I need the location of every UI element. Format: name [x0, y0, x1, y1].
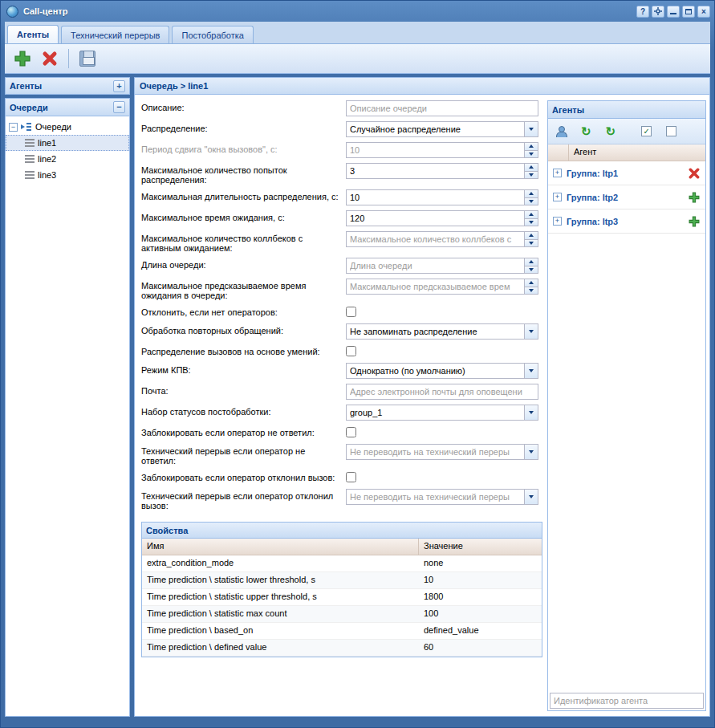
field-row: Распределение вызовов на основе умений:	[141, 344, 542, 356]
property-row[interactable]: Time prediction \ statistic lower thresh…	[142, 572, 542, 589]
add-button[interactable]	[9, 47, 36, 71]
field-label: Максимальная длительность распределения,…	[141, 189, 346, 205]
spinner-buttons[interactable]	[525, 210, 538, 226]
field-row: Максимальное время ожидания, с:	[141, 210, 542, 226]
kpv-mode-select[interactable]	[346, 363, 525, 379]
tree-item-line1[interactable]: line1	[6, 135, 129, 151]
description-input[interactable]	[346, 100, 538, 116]
field-label: Распределение вызовов на основе умений:	[141, 344, 346, 356]
property-row[interactable]: Time prediction \ defined value 60	[142, 640, 542, 657]
close-button[interactable]: ×	[697, 6, 710, 18]
field-row: Технический перерыв если оператор отклон…	[141, 489, 542, 510]
select-all-icon[interactable]: ✓	[641, 126, 652, 136]
max-duration-spinner[interactable]	[346, 189, 525, 205]
property-value: 10	[419, 572, 542, 588]
distribution-select[interactable]	[346, 121, 525, 137]
column-header-value: Значение	[419, 539, 542, 555]
line-icon	[25, 155, 35, 163]
field-label: Заблокировать если оператор не ответил:	[141, 425, 346, 437]
deselect-all-icon[interactable]	[666, 126, 676, 136]
save-button[interactable]	[74, 47, 101, 71]
tab-tech-break[interactable]: Технический перерыв	[61, 26, 169, 43]
chevron-down-icon[interactable]	[525, 323, 538, 340]
refresh-icon[interactable]: ↻	[581, 125, 591, 137]
collapse-panel-button[interactable]: −	[113, 101, 125, 113]
chevron-down-icon[interactable]	[525, 363, 538, 379]
title-bar: Call-центр ? ×	[5, 1, 710, 22]
minimize-button[interactable]	[667, 6, 680, 18]
queues-panel-header[interactable]: Очереди −	[6, 99, 129, 116]
field-label: Максимальное количество коллбеков с акти…	[141, 231, 346, 253]
tree-item-line3[interactable]: line3	[6, 167, 129, 183]
max-callbacks-spinner[interactable]	[346, 231, 525, 247]
close-icon: ×	[701, 7, 706, 16]
max-predicted-wait-spinner[interactable]	[346, 279, 525, 295]
agent-id-input[interactable]	[550, 693, 704, 709]
field-label: Распределение:	[141, 121, 346, 137]
tree-item-line2[interactable]: line2	[6, 151, 129, 167]
agent-row-group-ltp2[interactable]: + Группа: ltp2	[548, 185, 705, 209]
spin-up-icon[interactable]	[525, 232, 538, 239]
tree-collapse-icon[interactable]: −	[9, 123, 18, 132]
delete-button[interactable]	[36, 47, 63, 71]
spinner-buttons[interactable]	[525, 163, 538, 179]
block-if-no-answer-checkbox[interactable]	[346, 427, 356, 437]
spin-up-icon[interactable]	[525, 190, 538, 197]
queue-length-spinner[interactable]	[346, 258, 525, 274]
mail-input[interactable]	[346, 384, 538, 400]
agent-row-group-ltp3[interactable]: + Группа: ltp3	[548, 209, 705, 234]
tab-postprocessing[interactable]: Постобработка	[172, 26, 253, 43]
spinner-buttons[interactable]	[525, 258, 538, 274]
spin-up-icon[interactable]	[525, 211, 538, 218]
spin-down-icon[interactable]	[525, 171, 538, 179]
spin-down-icon[interactable]	[525, 287, 538, 295]
spinner-buttons[interactable]	[525, 279, 538, 295]
agent-row-group-ltp1[interactable]: + Группа: ltp1	[548, 161, 705, 185]
expand-panel-button[interactable]: +	[113, 80, 125, 92]
field-label: Набор статусов постобработки:	[141, 405, 346, 421]
properties-column-headers: Имя Значение	[142, 539, 542, 555]
spin-up-icon[interactable]	[525, 279, 538, 287]
property-row[interactable]: extra_condition_mode none	[142, 555, 542, 572]
chevron-down-icon[interactable]	[525, 405, 538, 421]
status-bar	[5, 717, 710, 723]
spin-up-icon[interactable]	[525, 258, 538, 266]
max-wait-time-spinner[interactable]	[346, 210, 525, 226]
property-row[interactable]: Time prediction \ statistic upper thresh…	[142, 589, 542, 606]
spin-down-icon[interactable]	[525, 218, 538, 226]
row-expand-icon[interactable]: +	[553, 193, 562, 201]
settings-button[interactable]	[652, 6, 664, 18]
tech-break-declined-select	[346, 489, 525, 505]
column-header-agent: Агент	[569, 144, 705, 161]
add-agent-row-icon[interactable]	[688, 191, 701, 204]
main-panel: Очередь > line1 Описание: Распределение:	[134, 77, 710, 717]
spin-down-icon[interactable]	[525, 197, 538, 205]
repeated-calls-select[interactable]	[346, 323, 525, 340]
block-if-declined-checkbox[interactable]	[346, 472, 356, 482]
postprocessing-status-set-select[interactable]	[346, 405, 525, 421]
spin-down-icon[interactable]	[525, 239, 538, 247]
sidebar-panel-agents[interactable]: Агенты +	[5, 77, 130, 95]
property-name: Time prediction \ statistic max count	[142, 606, 419, 622]
field-label: Заблокировать если оператор отклонил выз…	[141, 470, 346, 482]
max-attempts-spinner[interactable]	[346, 163, 525, 179]
refresh-all-icon[interactable]: ↻	[606, 125, 616, 137]
spin-down-icon[interactable]	[525, 266, 538, 274]
row-expand-icon[interactable]: +	[553, 217, 562, 226]
add-agent-row-icon[interactable]	[688, 215, 701, 228]
property-row[interactable]: Time prediction \ statistic max count 10…	[142, 606, 542, 623]
skill-based-distribution-checkbox[interactable]	[346, 346, 356, 356]
reject-if-no-operators-checkbox[interactable]	[346, 307, 356, 317]
help-button[interactable]: ?	[636, 6, 649, 18]
maximize-button[interactable]	[682, 6, 695, 18]
remove-agent-icon[interactable]	[688, 167, 701, 180]
chevron-down-icon[interactable]	[525, 121, 538, 137]
property-row[interactable]: Time prediction \ based_on defined_value	[142, 623, 542, 640]
add-agent-icon[interactable]	[555, 126, 567, 137]
spin-up-icon[interactable]	[525, 164, 538, 171]
spinner-buttons[interactable]	[525, 231, 538, 247]
tree-root-queues[interactable]: − Очереди	[6, 119, 129, 135]
spinner-buttons[interactable]	[525, 189, 538, 205]
row-expand-icon[interactable]: +	[553, 169, 562, 177]
tab-agents[interactable]: Агенты	[7, 25, 59, 43]
